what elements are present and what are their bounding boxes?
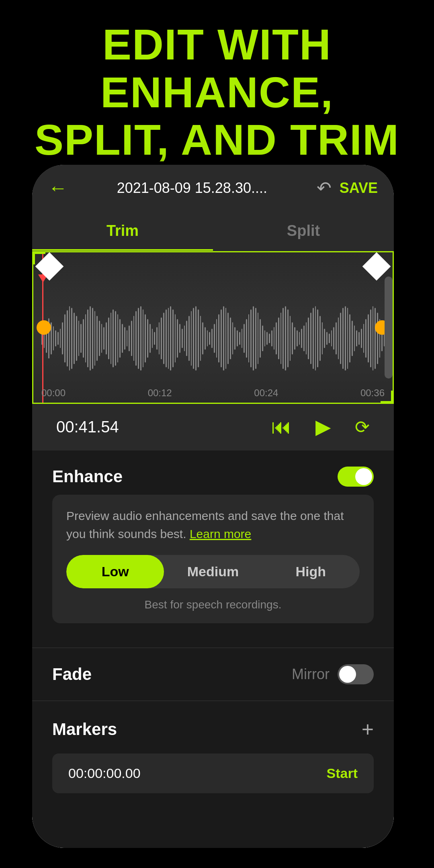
quality-selector: Low Medium High (66, 555, 360, 588)
play-button[interactable]: ▶ (315, 415, 331, 438)
waveform-bar (223, 306, 224, 371)
timeline-mark-1: 00:12 (148, 387, 172, 399)
waveform-bar (269, 334, 270, 343)
waveform-bar (306, 322, 307, 354)
waveform-bar (147, 319, 148, 358)
quality-high[interactable]: High (262, 555, 360, 588)
save-button[interactable]: SAVE (340, 180, 378, 197)
waveform-bar (271, 330, 272, 346)
tab-trim[interactable]: Trim (32, 211, 213, 251)
waveform-bar (159, 322, 160, 354)
skip-back-button[interactable]: ⏮ (271, 415, 291, 438)
waveform-bar (276, 322, 277, 354)
waveform-bar (156, 327, 158, 350)
waveform-bar (92, 308, 93, 369)
enhance-header: Enhance (52, 467, 374, 487)
green-corner-br (381, 391, 393, 403)
quality-medium[interactable]: Medium (164, 555, 262, 588)
waveform-bar (250, 309, 252, 367)
waveform-bar (310, 313, 311, 364)
enhance-toggle[interactable] (338, 467, 374, 487)
waveform-bar (172, 309, 174, 367)
waveform-bar (221, 309, 222, 367)
waveform-bar (103, 327, 104, 350)
waveform-bar (365, 319, 366, 358)
waveform-bar (117, 314, 119, 362)
waveform-bar (331, 330, 332, 346)
waveform-bar (242, 329, 243, 348)
waveform-bar (260, 319, 261, 358)
tab-split[interactable]: Split (213, 211, 394, 251)
tab-bar: Trim Split (32, 211, 394, 251)
waveform-bar (179, 324, 180, 353)
waveform-bar (154, 332, 155, 345)
undo-button[interactable]: ↶ (317, 178, 332, 198)
back-button[interactable]: ← (48, 177, 68, 199)
waveform-bar (71, 308, 72, 369)
waveform-bar (361, 329, 362, 348)
waveform-bar (188, 316, 190, 361)
waveform-bar (202, 322, 203, 354)
quality-low[interactable]: Low (66, 555, 164, 588)
waveform-bar (113, 309, 114, 367)
waveform-bar (96, 316, 98, 361)
waveform-bar (67, 310, 68, 366)
waveform-bar (145, 314, 146, 362)
waveform-bar (161, 317, 162, 359)
learn-more-link[interactable]: Learn more (190, 527, 251, 540)
waveform-bar (170, 306, 171, 371)
mirror-toggle[interactable] (338, 664, 374, 684)
waveform-bar (74, 313, 75, 364)
waveform-bar (368, 314, 369, 362)
hero-title: EDIT WITH ENHANCE, SPLIT, AND TRIM (32, 21, 402, 164)
waveform-bar (216, 319, 217, 358)
app-header: ← 2021-08-09 15.28.30.... ↶ SAVE (32, 165, 394, 211)
waveform-bar (127, 330, 128, 346)
waveform-bar (198, 309, 199, 367)
waveform-bar (370, 309, 371, 367)
waveform-bar (101, 324, 102, 353)
waveform-bar (266, 332, 268, 345)
fade-section: Fade Mirror (32, 648, 394, 700)
waveform-bar (69, 306, 70, 371)
fade-right: Mirror (292, 664, 374, 684)
waveform-bar (94, 311, 96, 366)
waveform-bar (76, 316, 77, 361)
waveform-bar (358, 332, 360, 345)
waveform-bar (135, 311, 137, 366)
waveform-bar (207, 330, 208, 346)
waveform-bar (246, 319, 247, 358)
waveform-bar (264, 330, 266, 346)
waveform-bar (280, 313, 282, 364)
waveform-bar (78, 321, 80, 356)
waveform-bar (99, 321, 100, 356)
waveform-bar (133, 316, 135, 361)
waveform-bar (287, 309, 289, 367)
waveform-bar (313, 308, 314, 369)
waveform-bar (299, 332, 300, 345)
waveform-bar (55, 330, 56, 346)
marker-start-label[interactable]: Start (327, 766, 358, 781)
waveform-bar (64, 314, 66, 362)
waveform-bar (342, 308, 344, 369)
waveform-bar (363, 324, 364, 353)
waveform-bar (322, 322, 323, 354)
mirror-label: Mirror (292, 666, 330, 683)
waveform-bar (356, 330, 357, 346)
waveform-bar (182, 329, 183, 348)
waveform-bar (149, 324, 151, 353)
add-marker-button[interactable]: + (362, 717, 374, 741)
repeat-button[interactable]: ⟳ (355, 417, 370, 437)
waveform-bar (345, 306, 346, 371)
waveform-bar (326, 332, 328, 345)
waveform-bar (278, 317, 279, 359)
waveform-bar (227, 313, 229, 364)
waveform-bar (57, 332, 59, 345)
waveform-container[interactable]: 00:00 00:12 00:24 00:36 (32, 251, 394, 404)
waveform-bar (193, 308, 194, 369)
waveform-scrollbar[interactable] (385, 276, 393, 379)
circle-handle-left[interactable] (37, 320, 51, 335)
waveform-bar (292, 322, 293, 354)
waveform-bar (253, 306, 254, 371)
waveform-bar (209, 332, 210, 345)
